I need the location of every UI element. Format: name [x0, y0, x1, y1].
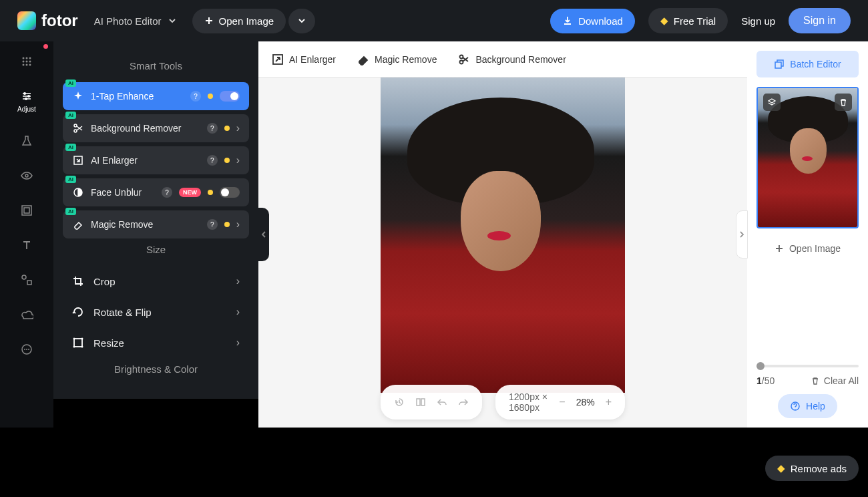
svg-point-20 — [28, 349, 29, 350]
zoom-level: 28% — [576, 397, 595, 407]
open-image-dropdown[interactable] — [288, 9, 315, 33]
enlarge-icon — [272, 53, 284, 65]
tool-background-remover[interactable]: AI Background Remover ? › — [63, 114, 249, 142]
rail-apps[interactable] — [20, 55, 33, 68]
sign-in-button[interactable]: Sign in — [789, 8, 851, 33]
svg-point-1 — [26, 57, 28, 59]
eraser-icon — [73, 219, 83, 230]
cloud-icon — [20, 309, 33, 320]
help-icon[interactable]: ? — [190, 91, 201, 102]
new-badge: NEW — [179, 188, 201, 197]
svg-point-7 — [26, 64, 28, 66]
rail-frames[interactable] — [20, 204, 33, 217]
canvas-viewport[interactable] — [258, 77, 747, 428]
premium-dot — [224, 126, 230, 131]
rail-elements[interactable] — [20, 273, 33, 287]
compare-icon — [415, 397, 426, 407]
plus-icon — [204, 16, 214, 25]
thumbnail[interactable] — [756, 87, 859, 228]
trash-icon — [839, 98, 848, 107]
rail-cloud[interactable] — [20, 308, 33, 321]
trash-icon — [811, 376, 820, 385]
toolbar-bg-remover[interactable]: Background Remover — [458, 53, 566, 65]
help-icon[interactable]: ? — [207, 123, 218, 134]
zoom-out-button[interactable]: − — [559, 396, 565, 408]
size-heading: Size — [63, 244, 249, 255]
more-icon — [21, 343, 33, 355]
chevron-right-icon: › — [236, 337, 240, 349]
redo-button[interactable] — [458, 397, 469, 407]
tool-ai-enlarger[interactable]: AI AI Enlarger ? › — [63, 146, 249, 174]
zoom-in-button[interactable]: + — [606, 396, 612, 408]
undo-button[interactable] — [437, 397, 447, 407]
ai-badge: AI — [65, 112, 76, 119]
clear-all-button[interactable]: Clear All — [811, 375, 859, 386]
help-button[interactable]: Help — [778, 394, 837, 418]
sparkle-icon — [73, 91, 83, 102]
free-trial-button[interactable]: ◆ Free Trial — [648, 8, 728, 33]
toolbar-ai-enlarger[interactable]: AI Enlarger — [272, 53, 336, 65]
open-image-button[interactable]: Open Image — [192, 9, 286, 33]
tool-magic-remove[interactable]: AI Magic Remove ? › — [63, 210, 249, 238]
open-image-group: Open Image — [192, 9, 316, 33]
ai-badge: AI — [65, 79, 76, 87]
tool-1tap-enhance[interactable]: AI 1-Tap Enhance ? — [63, 82, 249, 110]
rail-beauty[interactable] — [20, 169, 33, 182]
canvas-area: AI Enlarger Magic Remove Background Remo… — [258, 41, 747, 428]
rail-adjust[interactable]: Adjust — [17, 90, 36, 113]
svg-point-27 — [81, 338, 83, 340]
sign-up-link[interactable]: Sign up — [741, 15, 775, 27]
scissors-icon — [73, 123, 83, 134]
collapse-sidebar[interactable] — [258, 208, 269, 261]
rail-text[interactable] — [20, 238, 33, 252]
svg-rect-36 — [775, 62, 781, 68]
unblur-toggle[interactable] — [220, 187, 240, 198]
editor-dropdown[interactable]: AI Photo Editor — [91, 10, 179, 32]
svg-point-28 — [73, 346, 75, 348]
svg-point-21 — [74, 124, 77, 127]
size-rotate[interactable]: Rotate & Flip › — [63, 297, 249, 327]
expand-right-panel[interactable] — [736, 210, 748, 259]
svg-rect-34 — [421, 399, 425, 405]
svg-point-15 — [22, 275, 26, 279]
unblur-icon — [73, 187, 83, 198]
photo-preview[interactable] — [381, 77, 625, 393]
chevron-right-icon: › — [236, 218, 240, 230]
toolbar-magic-remove[interactable]: Magic Remove — [357, 53, 437, 65]
rail-effects[interactable] — [20, 134, 33, 148]
svg-point-5 — [29, 61, 31, 63]
help-icon — [790, 401, 801, 411]
ai-badge: AI — [65, 176, 76, 183]
history-button[interactable] — [394, 397, 405, 407]
batch-editor-button[interactable]: Batch Editor — [756, 51, 859, 77]
delete-thumbnail-button[interactable] — [835, 94, 852, 111]
ai-badge: AI — [65, 208, 76, 215]
header: fotor AI Photo Editor Open Image Downloa… — [0, 0, 868, 41]
layers-button[interactable] — [763, 94, 781, 111]
remove-ads-button[interactable]: ◆ Remove ads — [765, 456, 859, 481]
canvas-footer: 1200px × 1680px − 28% + — [381, 385, 625, 420]
history-icon — [394, 397, 405, 407]
download-button[interactable]: Download — [550, 9, 635, 33]
logo[interactable]: fotor — [17, 11, 78, 30]
size-crop[interactable]: Crop › — [63, 266, 249, 297]
svg-point-9 — [23, 92, 26, 95]
help-icon[interactable]: ? — [207, 219, 218, 230]
svg-point-3 — [23, 61, 25, 63]
eye-icon — [20, 171, 33, 180]
help-icon[interactable]: ? — [207, 155, 218, 166]
rail-more[interactable] — [20, 343, 33, 356]
image-scrubber[interactable] — [756, 365, 859, 367]
svg-point-11 — [25, 98, 27, 100]
open-image-secondary[interactable]: Open Image — [756, 238, 859, 259]
tool-face-unblur[interactable]: AI Face Unblur ? NEW — [63, 178, 249, 206]
compare-button[interactable] — [415, 397, 426, 407]
size-resize[interactable]: Resize › — [63, 327, 249, 358]
premium-dot — [208, 190, 213, 195]
text-icon — [21, 239, 33, 251]
chevron-right-icon: › — [236, 275, 240, 287]
svg-rect-13 — [22, 206, 31, 215]
enhance-toggle[interactable] — [220, 91, 240, 102]
help-icon[interactable]: ? — [162, 187, 172, 198]
svg-point-4 — [26, 61, 28, 63]
